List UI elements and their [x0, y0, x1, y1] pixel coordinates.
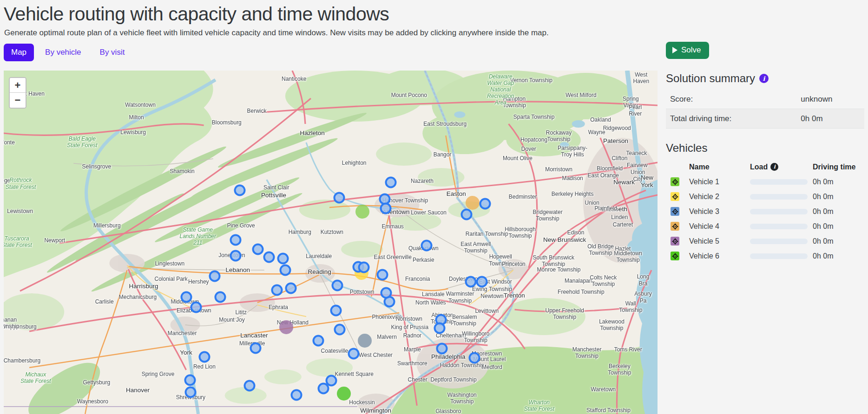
- visit-marker[interactable]: [465, 276, 476, 288]
- vehicle-name: Vehicle 4: [689, 219, 719, 234]
- visit-marker[interactable]: [190, 301, 202, 313]
- tab-by-visit[interactable]: By visit: [92, 44, 132, 61]
- score-label: Score:: [670, 95, 693, 104]
- visit-marker[interactable]: [380, 202, 391, 214]
- vehicle-name: Vehicle 1: [689, 175, 719, 189]
- visit-marker[interactable]: [479, 198, 491, 210]
- visit-marker[interactable]: [277, 252, 289, 264]
- visit-marker[interactable]: [198, 351, 210, 363]
- column-name: Name: [689, 159, 710, 175]
- vehicle-driving-time: 0h 0m: [813, 189, 833, 204]
- solution-summary-title: Solution summary: [666, 72, 755, 85]
- score-value: unknown: [801, 90, 832, 109]
- vehicle-load-bar: [750, 239, 808, 244]
- visit-marker[interactable]: [263, 251, 275, 263]
- crosshair-icon: [672, 223, 678, 230]
- total-driving-time-row: Total driving time: 0h 0m: [666, 109, 864, 129]
- visit-marker[interactable]: [244, 380, 256, 392]
- page-title: Vehicle routing with capacity and time w…: [4, 3, 659, 26]
- visit-marker[interactable]: [250, 342, 261, 354]
- vehicle-name: Vehicle 2: [689, 189, 719, 204]
- vehicle-load-bar: [750, 179, 808, 185]
- vehicle-driving-time: 0h 0m: [813, 249, 833, 264]
- visit-marker[interactable]: [385, 176, 396, 188]
- visit-marker[interactable]: [421, 240, 433, 252]
- vehicle-load-bar: [750, 253, 808, 259]
- visit-marker[interactable]: [330, 305, 342, 317]
- sidebar: Solve Solution summary i Score: unknown …: [666, 42, 864, 264]
- vehicle-marker-icon: [671, 237, 679, 246]
- visit-marker[interactable]: [358, 262, 370, 273]
- vehicle-depot-marker[interactable]: [279, 320, 293, 334]
- visit-marker[interactable]: [331, 279, 343, 291]
- tab-map[interactable]: Map: [4, 44, 34, 61]
- zoom-out-button[interactable]: −: [10, 93, 26, 108]
- visit-marker[interactable]: [376, 269, 388, 280]
- vehicle-depot-marker[interactable]: [466, 196, 480, 210]
- tab-by-vehicle[interactable]: By vehicle: [38, 44, 88, 61]
- column-driving-time: Driving time: [813, 159, 855, 175]
- vehicles-title: Vehicles: [666, 142, 707, 155]
- visit-marker[interactable]: [312, 335, 324, 346]
- vehicle-name: Vehicle 3: [689, 204, 719, 219]
- vehicle-depot-marker[interactable]: [355, 205, 369, 219]
- visit-marker[interactable]: [185, 387, 197, 398]
- visit-marker[interactable]: [434, 323, 446, 334]
- vehicle-marker-icon: [671, 177, 679, 186]
- total-driving-time-value: 0h 0m: [801, 109, 822, 128]
- visit-marker[interactable]: [280, 264, 291, 276]
- visit-marker[interactable]: [476, 276, 487, 288]
- vehicle-depot-marker[interactable]: [358, 334, 372, 348]
- vehicle-row: Vehicle 20h 0m: [666, 189, 864, 204]
- solution-summary-table: Score: unknown Total driving time: 0h 0m: [666, 90, 864, 129]
- column-load-label: Load: [750, 159, 768, 175]
- page-header: Vehicle routing with capacity and time w…: [4, 0, 659, 61]
- vehicle-load-bar: [750, 224, 808, 229]
- visit-marker[interactable]: [252, 243, 264, 255]
- visit-marker[interactable]: [230, 234, 242, 246]
- info-circle-icon[interactable]: i: [759, 74, 769, 83]
- play-icon: [672, 47, 677, 53]
- visit-marker[interactable]: [348, 348, 359, 359]
- visit-marker[interactable]: [325, 375, 337, 387]
- vehicle-driving-time: 0h 0m: [813, 219, 833, 234]
- visit-marker[interactable]: [214, 291, 226, 303]
- vehicle-driving-time: 0h 0m: [813, 234, 833, 249]
- visit-marker[interactable]: [180, 291, 192, 303]
- visit-marker[interactable]: [461, 209, 473, 220]
- visit-marker[interactable]: [334, 323, 346, 335]
- visit-marker[interactable]: [381, 287, 392, 298]
- vehicle-driving-time: 0h 0m: [813, 175, 833, 189]
- visit-marker[interactable]: [230, 250, 242, 261]
- vehicle-row: Vehicle 50h 0m: [666, 234, 864, 249]
- visit-marker[interactable]: [469, 352, 480, 364]
- visit-marker[interactable]: [234, 184, 245, 196]
- vehicle-row: Vehicle 30h 0m: [666, 204, 864, 219]
- vehicle-marker-icon: [671, 252, 679, 260]
- visit-marker[interactable]: [209, 271, 221, 282]
- vehicle-name: Vehicle 6: [689, 249, 719, 264]
- crosshair-icon: [672, 179, 678, 185]
- solve-button[interactable]: Solve: [666, 42, 709, 59]
- vehicle-name: Vehicle 5: [689, 234, 719, 249]
- vehicles-table-body: Vehicle 10h 0mVehicle 20h 0mVehicle 30h …: [666, 175, 864, 264]
- route-map[interactable]: Lock HavenNanticokeMount PoconoVernon To…: [4, 71, 658, 414]
- visit-marker[interactable]: [285, 283, 296, 294]
- visit-marker[interactable]: [271, 284, 283, 296]
- crosshair-icon: [672, 208, 678, 215]
- vehicles-table-header: Name Load i Driving time: [666, 159, 864, 175]
- vehicle-row: Vehicle 10h 0m: [666, 175, 864, 189]
- visit-marker[interactable]: [291, 389, 302, 401]
- page-subtitle: Generate optimal route plan of a vehicle…: [4, 28, 659, 38]
- vehicle-row: Vehicle 60h 0m: [666, 249, 864, 264]
- visit-marker[interactable]: [333, 192, 345, 203]
- solution-summary-heading: Solution summary i: [666, 72, 864, 85]
- score-row: Score: unknown: [666, 90, 864, 109]
- zoom-in-button[interactable]: +: [10, 78, 26, 93]
- visit-marker[interactable]: [436, 343, 447, 355]
- visit-marker[interactable]: [184, 375, 196, 386]
- vehicle-depot-marker[interactable]: [337, 387, 351, 401]
- vehicle-marker-icon: [671, 222, 679, 231]
- vehicle-load-bar: [750, 194, 808, 200]
- load-info-circle-icon[interactable]: i: [770, 163, 778, 171]
